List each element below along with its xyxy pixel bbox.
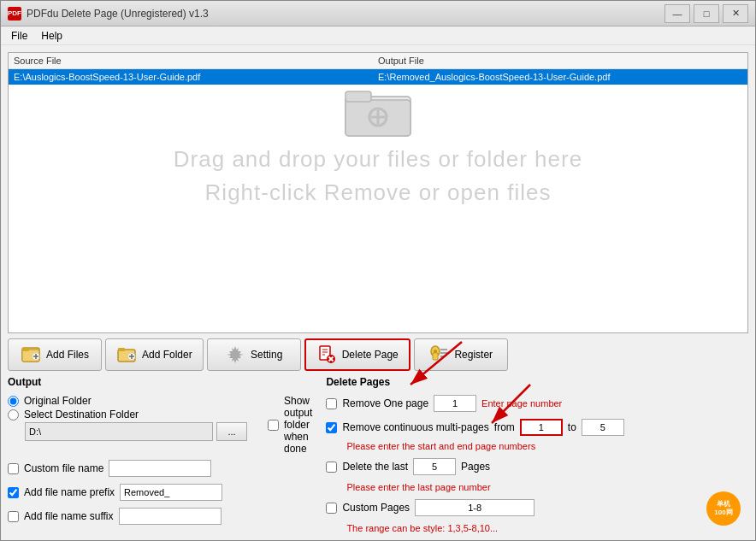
setting-button[interactable]: Setting bbox=[207, 338, 301, 371]
remove-multi-label: Remove continuous multi-pages bbox=[342, 421, 488, 433]
output-section-label: Output bbox=[8, 376, 312, 388]
remove-one-input[interactable] bbox=[434, 395, 476, 412]
select-dest-radio[interactable] bbox=[8, 409, 19, 420]
title-bar: PDF PDFdu Delete Page (Unregistered) v1.… bbox=[1, 1, 755, 26]
show-folder-row: Show output folder when done bbox=[268, 395, 312, 455]
menu-help[interactable]: Help bbox=[34, 28, 69, 44]
add-prefix-checkbox[interactable] bbox=[8, 487, 19, 498]
folder-drop-icon bbox=[344, 85, 412, 139]
custom-pages-hint: The range can be style: 1,3,5-8,10... bbox=[346, 523, 748, 533]
remove-one-hint: Enter page number bbox=[481, 398, 562, 409]
delete-page-label: Delete Page bbox=[342, 349, 399, 361]
custom-file-name-input[interactable] bbox=[109, 460, 211, 477]
delete-panel: Delete Pages Remove One page Enter page … bbox=[326, 376, 748, 533]
file-list-body[interactable]: E:\Auslogics-BoostSpeed-13-User-Guide.pd… bbox=[9, 69, 747, 332]
add-folder-button[interactable]: Add Folder bbox=[105, 338, 204, 371]
header-output: Output File bbox=[378, 56, 742, 66]
show-folder-checkbox[interactable] bbox=[268, 420, 279, 431]
file-list-area: Source File Output File E:\Auslogics-Boo… bbox=[8, 52, 748, 333]
delete-last-checkbox[interactable] bbox=[326, 462, 337, 473]
add-suffix-checkbox[interactable] bbox=[8, 511, 19, 522]
register-label: Register bbox=[454, 349, 493, 361]
add-suffix-input[interactable] bbox=[119, 508, 221, 525]
add-files-label: Add Files bbox=[46, 349, 89, 361]
custom-pages-input[interactable] bbox=[415, 499, 535, 516]
output-panel: Output Original Folder Select Destinatio… bbox=[8, 376, 312, 533]
drop-text-line1: Drag and drop your files or folder here bbox=[174, 146, 582, 173]
remove-multi-hint: Please enter the start and end page numb… bbox=[346, 441, 748, 451]
delete-last-input[interactable] bbox=[413, 458, 456, 475]
toolbar: Add Files Add Folder Setting Delete Page bbox=[8, 338, 748, 371]
custom-pages-label: Custom Pages bbox=[342, 502, 410, 514]
add-suffix-label: Add file name suffix bbox=[24, 510, 114, 522]
add-prefix-label: Add file name prefix bbox=[24, 486, 115, 498]
delete-page-button[interactable]: Delete Page bbox=[304, 338, 410, 371]
add-folder-label: Add Folder bbox=[142, 349, 192, 361]
delete-last-pages-label: Pages bbox=[461, 461, 490, 473]
custom-file-name-row: Custom file name bbox=[8, 460, 312, 477]
watermark-badge[interactable]: 单机100网 bbox=[706, 491, 741, 526]
original-folder-radio[interactable] bbox=[8, 396, 19, 407]
register-button[interactable]: Register bbox=[414, 338, 508, 371]
file-source-cell: E:\Auslogics-BoostSpeed-13-User-Guide.pd… bbox=[14, 72, 378, 82]
window-controls: — □ ✕ bbox=[664, 4, 748, 23]
show-folder-label: Show output folder when done bbox=[284, 395, 312, 455]
select-dest-row: Select Destination Folder bbox=[8, 409, 247, 420]
remove-multi-to-input[interactable] bbox=[582, 419, 624, 436]
remove-multi-to-label: to bbox=[568, 421, 576, 433]
close-button[interactable]: ✕ bbox=[723, 4, 748, 23]
dest-browse-button[interactable]: ... bbox=[216, 422, 247, 441]
file-list-header: Source File Output File bbox=[9, 53, 747, 69]
custom-file-name-checkbox[interactable] bbox=[8, 463, 19, 474]
dest-path-input[interactable] bbox=[25, 422, 213, 441]
menu-file[interactable]: File bbox=[4, 28, 34, 44]
select-dest-label: Select Destination Folder bbox=[24, 409, 139, 420]
maximize-button[interactable]: □ bbox=[694, 4, 719, 23]
svg-rect-13 bbox=[118, 348, 125, 351]
remove-multi-checkbox[interactable] bbox=[326, 422, 337, 433]
delete-last-hint: Please enter the last page number bbox=[346, 482, 748, 492]
add-suffix-row: Add file name suffix bbox=[8, 508, 312, 525]
minimize-button[interactable]: — bbox=[664, 4, 690, 23]
main-window: PDF PDFdu Delete Page (Unregistered) v1.… bbox=[0, 0, 756, 541]
remove-multi-from-label: from bbox=[494, 421, 515, 433]
dest-path-row: ... bbox=[8, 422, 247, 441]
custom-file-name-label: Custom file name bbox=[24, 462, 103, 474]
svg-rect-2 bbox=[346, 91, 371, 102]
app-icon: PDF bbox=[8, 7, 21, 21]
add-files-button[interactable]: Add Files bbox=[8, 338, 102, 371]
main-content: Source File Output File E:\Auslogics-Boo… bbox=[1, 45, 755, 540]
svg-rect-8 bbox=[22, 348, 29, 351]
delete-section-label: Delete Pages bbox=[326, 376, 748, 388]
remove-one-label: Remove One page bbox=[342, 397, 428, 409]
window-title: PDFdu Delete Page (Unregistered) v1.3 bbox=[27, 8, 664, 20]
remove-multi-from-input[interactable] bbox=[520, 419, 563, 436]
drop-text-line2: Right-click Remove or open files bbox=[205, 179, 552, 206]
setting-label: Setting bbox=[251, 349, 282, 361]
setting-icon bbox=[225, 344, 245, 365]
svg-point-27 bbox=[434, 350, 437, 353]
bottom-area: Output Original Folder Select Destinatio… bbox=[8, 376, 748, 533]
original-folder-row: Original Folder bbox=[8, 395, 247, 407]
svg-rect-26 bbox=[433, 353, 438, 360]
remove-one-checkbox[interactable] bbox=[326, 398, 337, 409]
file-output-cell: E:\Removed_Auslogics-BoostSpeed-13-User-… bbox=[378, 72, 742, 82]
add-prefix-row: Add file name prefix bbox=[8, 484, 312, 501]
table-row[interactable]: E:\Auslogics-BoostSpeed-13-User-Guide.pd… bbox=[9, 69, 747, 85]
delete-last-label: Delete the last bbox=[342, 461, 408, 473]
menu-bar: File Help bbox=[1, 26, 755, 45]
drop-area: Drag and drop your files or folder here … bbox=[9, 85, 747, 206]
original-folder-label: Original Folder bbox=[24, 395, 92, 407]
add-folder-icon bbox=[116, 344, 137, 365]
add-files-icon bbox=[21, 344, 41, 365]
register-icon bbox=[428, 344, 449, 365]
add-prefix-input[interactable] bbox=[120, 484, 222, 501]
header-source: Source File bbox=[14, 56, 378, 66]
delete-page-icon bbox=[316, 344, 337, 365]
custom-pages-checkbox[interactable] bbox=[326, 503, 337, 514]
